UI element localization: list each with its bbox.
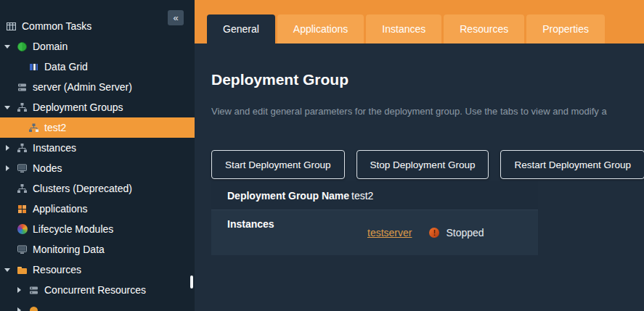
sidebar-item-lifecycle-modules[interactable]: Lifecycle Modules (0, 219, 195, 239)
deployment-group-name-value: test2 (351, 190, 373, 202)
sidebar-item-instances[interactable]: Instances (0, 138, 195, 158)
tab-properties[interactable]: Properties (526, 14, 605, 43)
monitoring-data-icon (17, 244, 28, 255)
main-panel: General Applications Instances Resources… (195, 0, 644, 311)
tab-resources[interactable]: Resources (444, 14, 524, 43)
applications-icon (17, 204, 28, 215)
sidebar-item-deployment-groups[interactable]: Deployment Groups (0, 97, 195, 117)
status-text: Stopped (446, 227, 484, 239)
sidebar-collapse-button[interactable] (168, 10, 184, 25)
tab-applications[interactable]: Applications (277, 14, 364, 43)
restart-deployment-group-button[interactable]: Restart Deployment Group (500, 150, 644, 179)
instances-icon (17, 143, 28, 154)
stop-deployment-group-button[interactable]: Stop Deployment Group (356, 150, 489, 179)
navigation-tree: Common Tasks Domain Data Grid (0, 0, 195, 311)
clusters-icon (17, 183, 28, 194)
sidebar-item-server-admin[interactable]: server (Admin Server) (0, 77, 195, 97)
sidebar-item-domain[interactable]: Domain (0, 36, 195, 57)
collapse-arrow-icon[interactable] (15, 287, 23, 293)
table-row: Deployment Group Name test2 (211, 181, 538, 210)
row-label: Instances (211, 210, 351, 255)
sidebar-item-monitoring-data[interactable]: Monitoring Data (0, 239, 195, 260)
row-label: Deployment Group Name (211, 190, 351, 202)
sidebar-scrollbar-thumb[interactable] (190, 275, 193, 289)
page-description: View and edit general parameters for the… (211, 106, 644, 117)
tab-instances[interactable]: Instances (366, 14, 441, 43)
deployment-group-table: Deployment Group Name test2 Instances te… (211, 181, 538, 255)
sidebar-item-clusters-deprecated[interactable]: Clusters (Deprecated) (0, 178, 195, 199)
start-deployment-group-button[interactable]: Start Deployment Group (211, 150, 345, 179)
tab-general[interactable]: General (207, 14, 275, 43)
server-icon (17, 82, 28, 93)
sidebar-item-test2[interactable]: test2 (0, 117, 195, 138)
sidebar-item-applications[interactable]: Applications (0, 199, 195, 219)
page-title: Deployment Group (211, 71, 644, 88)
sidebar-item-resources[interactable]: Resources (0, 260, 195, 280)
common-tasks-icon (6, 21, 17, 32)
instance-link-testserver[interactable]: testserver (367, 227, 412, 239)
concurrent-resources-icon (28, 285, 39, 296)
content-area: Deployment Group View and edit general p… (195, 43, 644, 311)
sidebar-item-concurrent-resources[interactable]: Concurrent Resources (0, 280, 195, 300)
resource-icon (28, 305, 39, 311)
expand-arrow-icon[interactable] (3, 268, 12, 272)
stopped-status-icon (429, 228, 439, 238)
sidebar-item-common-tasks[interactable]: Common Tasks (0, 16, 195, 36)
action-buttons: Start Deployment Group Stop Deployment G… (211, 150, 644, 179)
sidebar-item-partial[interactable] (0, 300, 195, 311)
sidebar-item-data-grid[interactable]: Data Grid (0, 57, 195, 77)
sidebar-item-nodes[interactable]: Nodes (0, 158, 195, 178)
sidebar: Common Tasks Domain Data Grid (0, 0, 195, 311)
data-grid-icon (28, 62, 39, 72)
deployment-group-icon (28, 123, 39, 133)
deployment-groups-icon (17, 102, 28, 113)
nodes-icon (17, 163, 28, 174)
tab-bar: General Applications Instances Resources… (195, 0, 644, 43)
app-window: Common Tasks Domain Data Grid (0, 0, 644, 311)
resources-folder-icon (17, 265, 28, 275)
collapse-arrow-icon[interactable] (3, 165, 12, 171)
table-row: Instances testserver Stopped (211, 210, 538, 255)
collapse-arrow-icon[interactable] (15, 307, 23, 311)
expand-arrow-icon[interactable] (3, 106, 12, 109)
domain-globe-icon (17, 41, 28, 52)
lifecycle-modules-icon (17, 224, 28, 235)
collapse-arrow-icon[interactable] (3, 145, 12, 151)
instances-value: testserver Stopped (351, 227, 484, 239)
expand-arrow-icon[interactable] (3, 45, 12, 49)
